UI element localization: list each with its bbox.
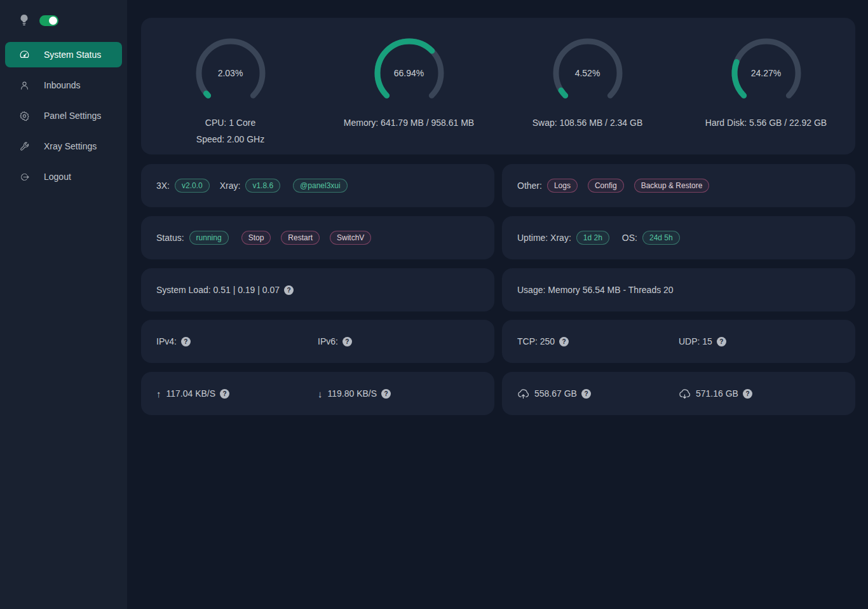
stop-button[interactable]: Stop <box>241 231 271 245</box>
udp-count-text: UDP: 15 <box>679 336 712 346</box>
dashboard-icon <box>19 50 30 60</box>
switch-version-button[interactable]: SwitchV <box>330 231 371 245</box>
cpu-speed-label: Speed: 2.00 GHz <box>196 133 264 146</box>
dark-mode-toggle[interactable] <box>39 15 58 26</box>
other-card: Other: Logs Config Backup & Restore <box>502 164 855 207</box>
ipv4-label: IPv4: <box>156 336 177 346</box>
system-load-help-icon[interactable]: ? <box>284 285 294 295</box>
total-upload-text: 558.67 GB <box>534 388 577 399</box>
logs-button[interactable]: Logs <box>547 179 578 193</box>
cpu-label: CPU: 1 Core <box>205 116 255 130</box>
swap-label: Swap: 108.56 MB / 2.34 GB <box>532 116 643 130</box>
swap-percent: 4.52% <box>550 35 626 111</box>
config-button[interactable]: Config <box>588 179 624 193</box>
sidebar-menu: System Status Inbounds Panel Settings Xr… <box>0 42 127 189</box>
cloud-upload-icon <box>517 388 529 399</box>
logout-icon <box>19 172 30 182</box>
wrench-icon <box>19 141 30 152</box>
total-download-help-icon[interactable]: ? <box>743 389 752 399</box>
connections-card: TCP: 250 ? UDP: 15 ? <box>502 320 855 363</box>
sidebar-item-inbounds[interactable]: Inbounds <box>5 72 122 98</box>
system-load-text: System Load: 0.51 | 0.19 | 0.07 <box>156 285 280 295</box>
system-load-card: System Load: 0.51 | 0.19 | 0.07 ? <box>141 268 494 311</box>
tag-3x-version[interactable]: v2.0.0 <box>175 179 210 193</box>
ipv4-help-icon[interactable]: ? <box>181 337 191 346</box>
usage-text: Usage: Memory 56.54 MB - Threads 20 <box>517 285 674 295</box>
ipv4-block: IPv4: ? <box>156 336 318 346</box>
download-speed-block: ↓ 119.80 KB/S ? <box>318 388 479 399</box>
label-status: Status: <box>156 233 184 243</box>
memory-label: Memory: 641.79 MB / 958.61 MB <box>344 116 474 130</box>
udp-block: UDP: 15 ? <box>679 336 840 346</box>
ipv6-help-icon[interactable]: ? <box>342 337 352 346</box>
system-gauges-card: 2.03% CPU: 1 Core Speed: 2.00 GHz 66.94%… <box>141 18 855 154</box>
arrow-down-icon: ↓ <box>318 388 323 399</box>
xray-status-card: Status: running Stop Restart SwitchV <box>141 216 494 259</box>
restart-button[interactable]: Restart <box>281 231 320 245</box>
sidebar: System Status Inbounds Panel Settings Xr… <box>0 0 127 609</box>
disk-percent: 24.27% <box>728 35 804 111</box>
upload-speed-block: ↑ 117.04 KB/S ? <box>156 388 318 399</box>
total-download-block: 571.16 GB ? <box>679 388 840 399</box>
backup-restore-button[interactable]: Backup & Restore <box>634 179 710 193</box>
gear-icon <box>19 111 30 121</box>
ip-card: IPv4: ? IPv6: ? <box>141 320 494 363</box>
uptime-card: Uptime: Xray: 1d 2h OS: 24d 5h <box>502 216 855 259</box>
sidebar-item-label: Xray Settings <box>44 141 97 151</box>
gauge-memory: 66.94% Memory: 641.79 MB / 958.61 MB <box>320 35 498 154</box>
total-traffic-card: 558.67 GB ? 571.16 GB ? <box>502 372 855 415</box>
label-3x: 3X: <box>156 181 170 191</box>
udp-help-icon[interactable]: ? <box>717 337 726 346</box>
user-icon <box>19 80 30 91</box>
status-badge: running <box>189 231 229 245</box>
sidebar-item-label: Panel Settings <box>44 111 101 121</box>
memory-percent: 66.94% <box>371 35 447 111</box>
ipv6-label: IPv6: <box>318 336 338 346</box>
total-upload-help-icon[interactable]: ? <box>581 389 591 399</box>
download-speed-help-icon[interactable]: ? <box>381 389 391 399</box>
sidebar-item-label: Logout <box>44 172 71 182</box>
tag-telegram-channel[interactable]: @panel3xui <box>293 179 348 193</box>
label-uptime-xray: Uptime: Xray: <box>517 233 571 243</box>
os-uptime-badge: 24d 5h <box>642 231 680 245</box>
disk-label: Hard Disk: 5.56 GB / 22.92 GB <box>705 116 827 130</box>
sidebar-item-system-status[interactable]: System Status <box>5 42 122 67</box>
total-upload-block: 558.67 GB ? <box>517 388 679 399</box>
sidebar-item-panel-settings[interactable]: Panel Settings <box>5 103 122 128</box>
tcp-help-icon[interactable]: ? <box>559 337 569 346</box>
arrow-up-icon: ↑ <box>156 388 161 399</box>
tag-xray-version[interactable]: v1.8.6 <box>245 179 280 193</box>
xray-uptime-badge: 1d 2h <box>576 231 609 245</box>
tcp-block: TCP: 250 ? <box>517 336 679 346</box>
lightbulb-icon <box>19 14 29 27</box>
cpu-percent: 2.03% <box>193 35 269 111</box>
upload-speed-text: 117.04 KB/S <box>166 388 216 399</box>
tcp-count-text: TCP: 250 <box>517 336 555 346</box>
total-download-text: 571.16 GB <box>696 388 738 399</box>
toggle-knob <box>49 17 57 25</box>
gauge-disk: 24.27% Hard Disk: 5.56 GB / 22.92 GB <box>677 35 855 154</box>
usage-card: Usage: Memory 56.54 MB - Threads 20 <box>502 268 855 311</box>
sidebar-item-xray-settings[interactable]: Xray Settings <box>5 133 122 159</box>
theme-row <box>0 0 127 36</box>
sidebar-item-label: System Status <box>44 50 101 60</box>
label-xray: Xray: <box>220 181 241 191</box>
network-speed-card: ↑ 117.04 KB/S ? ↓ 119.80 KB/S ? <box>141 372 494 415</box>
gauge-swap: 4.52% Swap: 108.56 MB / 2.34 GB <box>498 35 677 154</box>
upload-speed-help-icon[interactable]: ? <box>220 389 229 399</box>
gauge-cpu: 2.03% CPU: 1 Core Speed: 2.00 GHz <box>141 35 320 154</box>
label-other: Other: <box>517 181 542 191</box>
download-speed-text: 119.80 KB/S <box>328 388 377 399</box>
cloud-download-icon <box>679 388 691 399</box>
sidebar-item-logout[interactable]: Logout <box>5 164 122 189</box>
label-os: OS: <box>622 233 637 243</box>
sidebar-item-label: Inbounds <box>44 80 81 90</box>
ipv6-block: IPv6: ? <box>318 336 479 346</box>
version-card: 3X: v2.0.0 Xray: v1.8.6 @panel3xui <box>141 164 494 207</box>
